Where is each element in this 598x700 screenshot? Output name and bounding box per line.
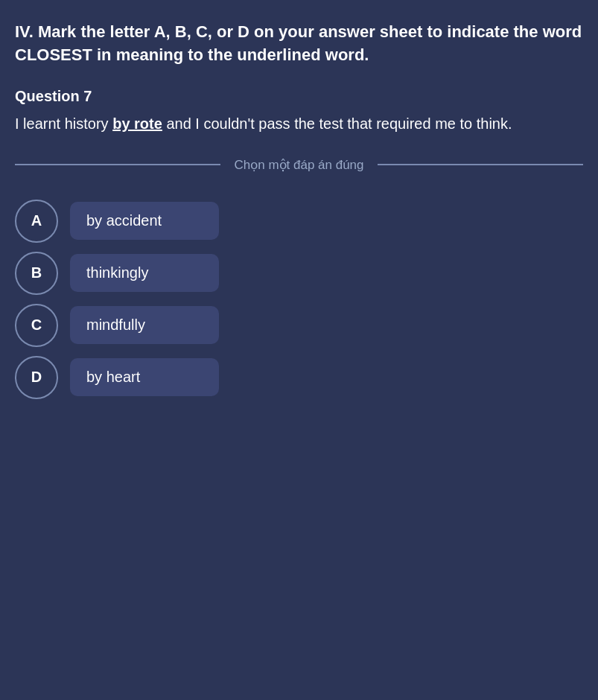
divider-line-right [378,164,583,165]
divider-row: Chọn một đáp án đúng [15,157,583,173]
option-text-b: thinkingly [70,254,219,292]
question-label: Question 7 [15,88,583,105]
instruction-text: IV. Mark the letter A, B, C, or D on you… [15,21,583,67]
option-letter-c: C [15,304,58,347]
options-list: Aby accidentBthinkinglyCmindfullyDby hea… [15,200,583,399]
question-underlined: by rote [112,115,162,132]
divider-label: Chọn một đáp án đúng [220,157,377,173]
option-row-b[interactable]: Bthinkingly [15,252,583,295]
divider-line-left [15,164,220,165]
option-letter-a: A [15,200,58,243]
option-letter-d: D [15,356,58,399]
option-text-d: by heart [70,358,219,396]
question-text: I learnt history by rote and I couldn't … [15,112,583,135]
option-row-c[interactable]: Cmindfully [15,304,583,347]
option-letter-b: B [15,252,58,295]
option-text-c: mindfully [70,306,219,344]
question-text-after: and I couldn't pass the test that requir… [162,115,512,132]
option-row-a[interactable]: Aby accident [15,200,583,243]
question-text-before: I learnt history [15,115,112,132]
option-row-d[interactable]: Dby heart [15,356,583,399]
option-text-a: by accident [70,202,219,240]
